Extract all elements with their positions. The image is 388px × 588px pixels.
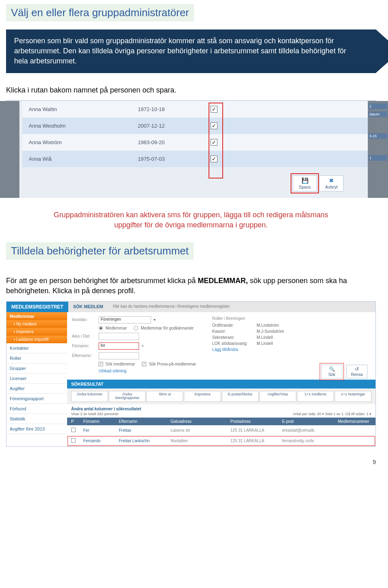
select-inomlan[interactable]: Föreningen — [99, 316, 151, 323]
toolbar-button[interactable]: 1+1 Noteringar — [335, 391, 371, 402]
save-icon: 💾 — [293, 177, 316, 184]
member-checkbox[interactable]: ✓ — [211, 155, 217, 162]
toolbar-button[interactable]: Ändra kolumner — [71, 391, 108, 402]
sidebar-sub-item[interactable]: • Ny medlem — [6, 320, 67, 328]
link-roles-edit[interactable]: Lägg till/Ändra — [212, 347, 284, 352]
sidebar-item[interactable]: Förbund — [6, 404, 67, 414]
sidebar-item[interactable]: Statistik — [6, 414, 67, 424]
label-inomlan: Inomlän: — [72, 317, 96, 322]
instruction-2-bold: MEDLEMMAR, — [198, 277, 248, 285]
page-number: 9 — [6, 459, 376, 465]
label-efternamn: Efternamn: — [72, 353, 96, 358]
label-also: Also / Del: — [72, 334, 96, 338]
clear-icon[interactable]: × — [141, 344, 144, 348]
member-name: Anna Waltin — [29, 106, 138, 112]
chevron-down-icon: ▾ — [154, 317, 156, 322]
member-checkbox[interactable]: ✓ — [211, 106, 217, 113]
row-checkbox[interactable] — [71, 428, 76, 432]
result-row[interactable]: FerFreitasLaisens str125 31 LARKALLAerka… — [67, 425, 375, 436]
search-buttons: 🔍 Sök ↺ Rensa — [321, 365, 367, 378]
search-icon: 🔍 — [322, 366, 342, 372]
header-description: Här kan du hantera medlemmarna i förenin… — [108, 302, 375, 312]
role-row: Ordförande:M.Lindström — [212, 323, 284, 328]
close-icon: ✖ — [320, 177, 343, 184]
toolbar-button[interactable]: Ändra brev/gruppvisa — [109, 391, 146, 402]
sidebar-item[interactable]: Licenser — [6, 374, 67, 384]
sidebar-sub-item[interactable]: • Laddaner importfil — [6, 336, 67, 343]
toolbar-button[interactable]: E-posta/Skicka — [222, 391, 259, 402]
role-row: LOK stödsansvarig:M.Lindell — [212, 341, 284, 346]
checkbox-prova[interactable]: ✓ — [142, 362, 146, 366]
results-table-header: PFörnamnEfternamnGatuadressPostadressE-p… — [67, 418, 375, 425]
toolbar-button[interactable]: 1+1 medlems — [297, 391, 334, 402]
column-header[interactable]: E-post — [282, 419, 335, 424]
screenshot-right-crop: 1 datum 5-15 1 — [368, 101, 388, 198]
checkbox-sok-medlemmar[interactable]: ✓ — [99, 362, 103, 366]
checkbox-prova-label: Sök Prova-på-medlemmar — [149, 362, 196, 366]
save-button[interactable]: 💾 Spara — [293, 175, 317, 191]
member-date: 2007-12-12 — [138, 123, 211, 129]
input-fornamn[interactable]: fer — [99, 342, 139, 350]
search-main: Inomlän: Föreningen ▾ Medlemmar Medlemma… — [67, 312, 375, 447]
right-chip: 1 — [369, 103, 387, 109]
header-search-label: SÖK MEDLEM — [68, 302, 108, 312]
sidebar-item[interactable]: Roller — [6, 353, 67, 363]
role-row: Sekreterare:M.Lindell — [212, 335, 284, 340]
instruction-1: Klicka i rutan bakom namnet på personen … — [6, 85, 376, 95]
callout-text: Personen som blir vald som gruppadminist… — [14, 37, 346, 65]
results-toolbar: Ändra kolumnerÄndra brev/gruppvisaSkriv … — [67, 388, 375, 405]
search-button-label: Sök — [328, 372, 335, 377]
member-checkbox[interactable]: ✓ — [211, 139, 217, 146]
column-header[interactable]: Efternamn — [119, 419, 167, 424]
label-fornamn: Förnamn: — [72, 344, 96, 348]
screenshot-left-crop — [0, 101, 19, 198]
link-utokad-sokning[interactable]: Utökad sökning — [99, 369, 127, 373]
results-count: Visar 2 av totalt 292 personer — [71, 412, 118, 416]
table-row: Anna Westholm2007-12-12✓ — [22, 118, 368, 134]
roles-title: Roller i föreningen — [212, 316, 284, 321]
row-checkbox[interactable] — [71, 438, 76, 443]
table-row: Anna Wixtröm1983-09-20✓ — [22, 134, 368, 151]
column-header[interactable]: Förnamn — [83, 419, 116, 424]
member-checkbox[interactable]: ✓ — [211, 122, 217, 129]
save-label: Spara — [299, 185, 310, 189]
radio-pending-label: Medlemmar för godkännande — [141, 326, 194, 330]
role-row: Kassör:M.J-Sundström — [212, 329, 284, 334]
input-also[interactable] — [99, 333, 139, 340]
radio-pending[interactable] — [134, 326, 138, 330]
cancel-button[interactable]: ✖ Avbryt — [319, 175, 344, 191]
sidebar-item[interactable]: Grupper — [6, 363, 67, 374]
toolbar-button[interactable]: Exportera — [184, 391, 221, 402]
header-registry-label: MEDLEMSREGISTRET — [6, 302, 68, 312]
right-chip: 1 — [369, 155, 387, 161]
sidebar-sub-item[interactable]: • Importera — [6, 328, 67, 336]
result-row[interactable]: FernandoFreitas LankschnNordallen125 31 … — [67, 436, 375, 446]
sidebar-item[interactable]: Kontakter — [6, 343, 67, 353]
sidebar-item[interactable]: Avgifter före 2013 — [6, 424, 67, 434]
input-efternamn[interactable] — [99, 352, 139, 359]
table-row: Anna Waltin1972-10-18✓ — [22, 101, 368, 118]
sidebar-top[interactable]: Medlemmar — [6, 312, 67, 320]
sidebar-item[interactable]: Avgifter — [6, 384, 67, 394]
action-bar: 💾 Spara ✖ Avbryt — [22, 167, 376, 198]
column-header[interactable]: Postadress — [230, 419, 279, 424]
member-name: Anna Westholm — [29, 123, 138, 129]
member-date: 1983-09-20 — [138, 139, 211, 145]
toolbar-button[interactable]: Skriv ut — [146, 391, 183, 402]
clear-button-label: Rensa — [351, 372, 363, 377]
column-header[interactable]: Gatuadress — [171, 419, 227, 424]
member-date: 1975-07-03 — [138, 156, 211, 162]
section-heading-2: Tilldela behörigheter för arbetsrummet — [6, 242, 194, 260]
instruction-2a: För att ge en person behörighet för arbe… — [6, 277, 198, 285]
instruction-2: För att ge en person behörighet för arbe… — [6, 276, 376, 296]
column-header[interactable]: P — [71, 419, 80, 424]
radio-medlemmar[interactable] — [99, 326, 103, 330]
radio-medlemmar-label: Medlemmar — [105, 326, 127, 330]
toolbar-button[interactable]: Avgifter/Visa — [259, 391, 296, 402]
search-header: MEDLEMSREGISTRET SÖK MEDLEM Här kan du h… — [6, 302, 375, 312]
member-name: Anna Wixtröm — [29, 139, 138, 145]
column-header[interactable]: Medlemsnummer — [338, 419, 371, 424]
search-button[interactable]: 🔍 Sök — [321, 365, 342, 378]
clear-button[interactable]: ↺ Rensa — [346, 365, 367, 378]
sidebar-item[interactable]: Föreningsrapport — [6, 394, 67, 404]
